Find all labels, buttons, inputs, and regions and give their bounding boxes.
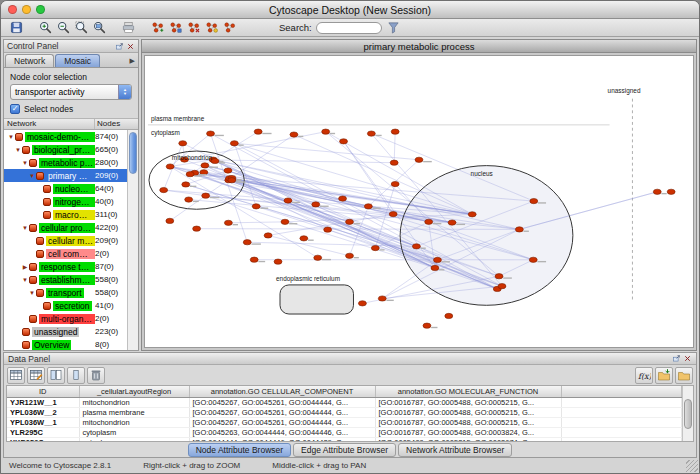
tree-row-nitrogen-compo[interactable]: nitrogen compo40(0) [4,195,127,208]
tree-scrollbar-thumb[interactable] [129,132,137,174]
save-session-icon[interactable] [7,20,25,36]
tree-row-macromolecule[interactable]: macromolecule311(0) [4,208,127,221]
tab-scroll-right-icon[interactable]: ▶ [130,57,137,67]
delete-attribute-icon[interactable] [87,367,105,384]
data-panel-header: Data Panel [4,353,696,365]
float-panel-icon[interactable] [114,41,124,51]
zoom-window-icon[interactable] [36,5,45,14]
column-header[interactable]: ID [7,386,79,397]
close-panel-icon[interactable] [682,354,692,364]
zoom-out-icon[interactable] [54,20,72,36]
tree-expand-icon[interactable]: ▼ [28,173,36,179]
tree-row-cell-communica[interactable]: cell communica2(0) [4,247,127,260]
data-panel-title: Data Panel [8,354,50,364]
network-icon [22,341,30,349]
column-header[interactable]: _cellularLayoutRegion [79,386,189,397]
table-scrollbar[interactable] [682,386,693,441]
table-row[interactable]: YPL036W__1mitochondrion[GO:0045267, GO:0… [7,417,682,427]
tree-row-primary-metab-[interactable]: ▼primary metab...209(0) [4,169,127,182]
tree-row-response-to-stimul[interactable]: ▶response to stimul87(0) [4,260,127,273]
table-cell: YLR295C [7,427,79,437]
tree-scrollbar[interactable] [127,130,138,350]
tree-expand-icon[interactable]: ▼ [21,225,29,231]
tree-row-establishment-of-lo[interactable]: ▼establishment of lo558(0) [4,273,127,286]
tree-row-mosaic-demo-yeast[interactable]: ▼mosaic-demo-yeast874(0) [4,130,127,143]
print-icon[interactable] [119,20,137,36]
traffic-lights [8,5,45,14]
tree-item-node-count: 665(0) [95,145,127,154]
svg-text:endoplasmic reticulum: endoplasmic reticulum [276,275,340,283]
select-attributes-icon[interactable] [7,367,25,384]
tree-row-metabolic-process[interactable]: ▼metabolic process280(0) [4,156,127,169]
search-label: Search: [279,22,312,33]
tree-row-cellular-metabo[interactable]: cellular metabo209(0) [4,234,127,247]
create-attribute-icon[interactable] [27,367,45,384]
tree-row-biological-process[interactable]: ▼biological_process665(0) [4,143,127,156]
close-window-icon[interactable] [8,5,17,14]
tree-row-nucleobase-[interactable]: nucleobase...64(0) [4,182,127,195]
close-panel-icon[interactable] [125,41,135,51]
main-content: Control Panel NetworkMosaic▶ Node color … [1,37,699,352]
zoom-selected-icon[interactable] [72,20,90,36]
table-scrollbar-thumb[interactable] [684,399,692,429]
main-toolbar: Search: [1,19,699,37]
table-row[interactable]: YPL036W__2plasma membrane[GO:0045267, GO… [7,407,682,417]
tree-item-node-count: 558(0) [95,288,127,297]
network-canvas[interactable]: plasma membranecytoplasmmitochondrionnuc… [144,55,694,348]
tree-expand-icon[interactable]: ▼ [7,134,15,140]
tree-row-secretion[interactable]: secretion41(0) [4,299,127,312]
tree-expand-icon[interactable]: ▼ [21,277,29,283]
tab-node-attribute-browser[interactable]: Node Attribute Browser [188,443,291,457]
list-attributes-icon[interactable] [67,367,85,384]
tree-item-node-count: 8(0) [95,340,127,349]
network-icon [29,224,37,232]
tree-item-label: nitrogen compo [53,197,95,207]
first-neighbors-icon[interactable] [148,20,166,36]
table-row[interactable]: YJR121W__1mitochondrion[GO:0045267, GO:0… [7,397,682,407]
configure-search-icon[interactable] [385,20,403,36]
tab-network-attribute-browser[interactable]: Network Attribute Browser [398,443,512,457]
new-network-from-selection-icon[interactable] [166,20,184,36]
table-cell: [GO:0016787, GO:0005488, GO:0005215, G..… [375,407,561,417]
status-zoom-hint: Right-click + drag to ZOOM [143,461,240,470]
tree-expand-icon[interactable]: ▼ [28,290,36,296]
tree-row-overview[interactable]: Overview8(0) [4,338,127,350]
select-nodes-checkbox[interactable]: ✓ [10,104,20,114]
network-icon [43,211,51,219]
tree-row-multi-organism-pro[interactable]: multi-organism pro2(0) [4,312,127,325]
status-bar: Welcome to Cytoscape 2.8.1 Right-click +… [1,458,699,473]
column-header[interactable]: annotation.GO MOLECULAR_FUNCTION [375,386,561,397]
tab-mosaic[interactable]: Mosaic [55,54,100,67]
tree-expand-icon[interactable]: ▼ [14,147,22,153]
tab-network[interactable]: Network [5,54,54,67]
copy-attribute-icon[interactable] [47,367,65,384]
import-attributes-icon[interactable] [655,367,673,384]
function-builder-icon[interactable]: f(x) [635,367,653,384]
resize-grip[interactable] [686,460,698,472]
float-panel-icon[interactable] [671,354,681,364]
zoom-fit-icon[interactable] [90,20,108,36]
zoom-in-icon[interactable] [36,20,54,36]
network-icon [43,198,51,206]
table-cell: YPL036W__2 [7,407,79,417]
tree-row-transport[interactable]: ▼transport558(0) [4,286,127,299]
tab-edge-attribute-browser[interactable]: Edge Attribute Browser [293,443,396,457]
tree-row-unassigned[interactable]: unassigned223(0) [4,325,127,338]
tree-column-headers: Network Nodes [4,119,138,130]
tree-expand-icon[interactable]: ▼ [21,160,29,166]
column-header[interactable]: annotation.GO CELLULAR_COMPONENT [189,386,375,397]
annotation-icon[interactable] [220,20,238,36]
tree-expand-icon[interactable]: ▶ [21,263,29,270]
search-input[interactable] [316,22,382,34]
tree-item-node-count: 209(0) [95,171,127,180]
tree-item-node-count: 2(0) [95,249,127,258]
open-attribute-file-icon[interactable] [675,367,693,384]
tree-item-label: cellular metabo [46,236,95,246]
hide-selected-icon[interactable] [184,20,202,36]
tree-row-cellular-process[interactable]: ▼cellular process422(0) [4,221,127,234]
table-row[interactable]: YLR295Ccytoplasm[GO:0045263, GO:0044444,… [7,427,682,437]
minimize-window-icon[interactable] [22,5,31,14]
node-color-dropdown[interactable]: transporter activity ▲▼ [10,84,132,100]
network-graph[interactable]: plasma membranecytoplasmmitochondrionnuc… [145,56,693,347]
show-all-icon[interactable] [202,20,220,36]
